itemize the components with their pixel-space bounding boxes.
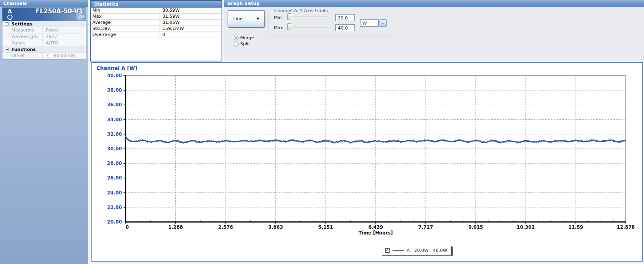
max-slider-track[interactable] (286, 27, 327, 28)
legend-label: A - 20.0W - 40.0W (407, 248, 447, 253)
setting-label: Wavelength (2, 34, 42, 40)
collapse-channel-button[interactable] (77, 13, 84, 20)
statistics-table: Min30.59WMax31.59WAverage31.06WStd.Dev.1… (91, 8, 222, 38)
split-radio-label: Split (240, 41, 250, 46)
x-tick-label: 6.439 (368, 224, 383, 230)
setting-row-range: RangeAUTO (2, 40, 86, 46)
y-tick-label: 20.00 (107, 219, 122, 225)
merge-radio[interactable] (234, 36, 239, 40)
setting-value: 1927 (42, 34, 86, 40)
min-label: Min (274, 15, 282, 20)
y-tick-label: 36.00 (107, 102, 122, 108)
section-header-settings[interactable]: −Settings (2, 21, 86, 27)
x-tick-label: 1.288 (168, 224, 183, 230)
y-tick-label: 40.00 (107, 73, 122, 78)
app-window: { "window": {"width": 1590, "height": 65… (0, 0, 644, 264)
x-tick-label: 0 (126, 224, 129, 230)
max-slider-thumb[interactable] (287, 23, 291, 30)
y-axis-limits-title: Channel A: Y Axis Limits (273, 8, 330, 13)
merge-radio-row[interactable]: Merge (234, 35, 254, 40)
statistics-header: Statistics (91, 1, 222, 8)
y-tick-label: 24.00 (107, 190, 122, 196)
channels-sidebar: Channels A FL250A-50-V1 −SettingsMeasuri… (0, 0, 88, 264)
plot-area: 20.0022.0024.0026.0028.0030.0032.0034.00… (92, 63, 642, 261)
min-slider-thumb[interactable] (287, 13, 291, 20)
channel-card: A FL250A-50-V1 −SettingsMeasuringPowerWa… (2, 7, 86, 59)
plot-type-dropdown-button[interactable]: Line ▼ (228, 10, 265, 27)
setting-label: Offset (2, 53, 42, 59)
max-label: Max (274, 25, 283, 30)
x-tick-label: 2.576 (218, 224, 233, 230)
setting-value: AUTO (42, 40, 86, 46)
x-tick-label: 3.863 (268, 224, 283, 230)
section-header-functions[interactable]: −Functions (2, 46, 86, 53)
channel-status-ring-icon (7, 15, 13, 20)
y-tick-label: 34.00 (107, 117, 122, 122)
split-radio-row[interactable]: Split (234, 41, 250, 46)
unit-combobox: W ⌄ (360, 19, 387, 27)
graph-setup-body: Line ▼ MergeSplit Channel A: Y Axis Limi… (224, 7, 644, 61)
setting-row-measuring: MeasuringPower (2, 27, 86, 34)
legend[interactable]: A - 20.0W - 40.0W (381, 246, 452, 255)
y-tick-label: 26.00 (107, 175, 122, 181)
y-tick-label: 32.00 (107, 131, 122, 137)
chart-panel: Channel A [W] 20.0022.0024.0026.0028.003… (91, 62, 643, 262)
min-slider-track[interactable] (286, 17, 327, 18)
setting-label: Range (2, 40, 42, 46)
legend-checkbox[interactable] (385, 248, 390, 253)
max-value-input[interactable] (335, 24, 355, 31)
stat-row-overrange: Overrange0 (91, 32, 222, 38)
x-axis-label: Time [Hours] (358, 230, 392, 236)
setting-row-offset: Offset-90.00mW (2, 53, 86, 59)
device-name: FL250A-50-V1 (36, 8, 83, 15)
statistics-panel: Statistics Min30.59WMax31.59WAverage31.0… (90, 0, 222, 61)
channel-card-sections: −SettingsMeasuringPowerWavelength1927Ran… (2, 21, 86, 59)
channels-header: Channels (0, 0, 88, 7)
collapse-box-icon[interactable]: − (5, 22, 9, 26)
y-tick-label: 22.00 (107, 205, 122, 210)
double-chevron-up-icon (78, 14, 83, 19)
collapse-box-icon[interactable]: − (5, 48, 9, 51)
legend-line-sample (392, 250, 404, 251)
unit-dropdown-button[interactable]: ⌄ (380, 19, 387, 27)
y-tick-label: 38.00 (107, 87, 122, 93)
channel-card-header: A FL250A-50-V1 (2, 8, 86, 21)
dropdown-arrow-icon: ▼ (257, 17, 259, 21)
graph-setup-header: Graph Setup (224, 0, 644, 7)
x-tick-label: 12.878 (617, 224, 635, 230)
x-tick-label: 5.151 (318, 224, 333, 230)
y-axis-limits-groupbox: Channel A: Y Axis Limits Min Max W ⌄ (269, 11, 390, 36)
stat-row-average: Average31.06W (91, 20, 222, 26)
min-value-input[interactable] (335, 14, 355, 21)
setting-label: Measuring (2, 27, 42, 33)
offset-checkbox[interactable] (46, 53, 50, 57)
channel-letter: A (8, 8, 12, 14)
min-slider[interactable] (286, 13, 327, 21)
x-tick-label: 7.727 (418, 224, 433, 230)
chevron-down-icon: ⌄ (382, 21, 385, 25)
stat-row-min: Min30.59W (91, 8, 222, 14)
stat-row-max: Max31.59W (91, 14, 222, 20)
setting-row-wavelength: Wavelength1927 (2, 34, 86, 40)
merge-radio-label: Merge (240, 35, 254, 40)
split-radio[interactable] (234, 42, 239, 46)
plot-type-label: Line (233, 16, 243, 21)
stat-row-stddev: Std.Dev.159.1mW (91, 26, 222, 32)
unit-value[interactable]: W (360, 19, 379, 27)
x-tick-label: 10.302 (517, 224, 535, 230)
x-tick-label: 9.015 (468, 224, 483, 230)
graph-setup-panel: Graph Setup Line ▼ MergeSplit Channel A:… (224, 0, 644, 61)
y-tick-label: 30.00 (107, 146, 122, 152)
x-tick-label: 11.59 (568, 224, 583, 230)
setting-value: -90.00mW (42, 53, 86, 59)
setting-value: Power (42, 27, 86, 33)
max-slider[interactable] (286, 23, 327, 31)
y-tick-label: 28.00 (107, 161, 122, 166)
